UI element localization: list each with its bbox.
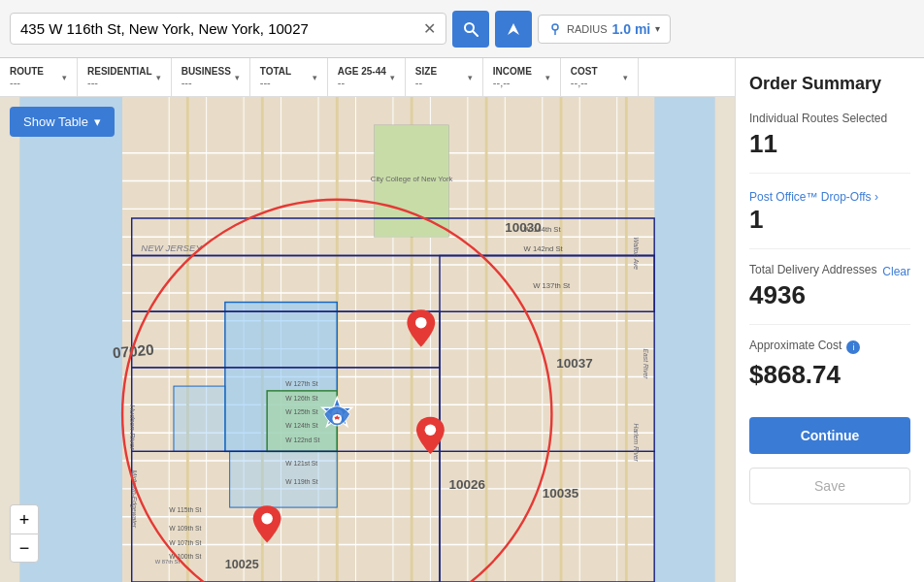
save-button[interactable]: Save bbox=[749, 468, 910, 504]
show-table-label: Show Table bbox=[23, 114, 88, 129]
svg-text:W 109th St: W 109th St bbox=[169, 525, 201, 532]
svg-point-89 bbox=[261, 513, 273, 525]
radius-button[interactable]: RADIUS 1.0 mi ▾ bbox=[538, 15, 671, 44]
filter-residential-label: RESIDENTIAL bbox=[87, 66, 152, 77]
svg-text:Harlem River: Harlem River bbox=[633, 424, 640, 463]
map-svg: City College of New York W 127th St W 12… bbox=[0, 97, 735, 582]
filter-income-value: --,-- bbox=[493, 77, 532, 88]
filter-route[interactable]: ROUTE --- ▾ bbox=[0, 58, 78, 96]
zoom-out-button[interactable]: − bbox=[10, 534, 39, 563]
chevron-down-icon: ▾ bbox=[235, 73, 240, 82]
svg-text:10025: 10025 bbox=[225, 558, 259, 571]
total-delivery-value: 4936 bbox=[749, 280, 910, 310]
filter-size-value: -- bbox=[415, 77, 437, 88]
svg-text:W 124th St: W 124th St bbox=[285, 422, 317, 429]
filter-size-label: SIZE bbox=[415, 66, 437, 77]
clear-link[interactable]: Clear bbox=[882, 265, 910, 278]
post-office-value: 1 bbox=[749, 205, 910, 235]
filter-age-label: AGE 25-44 bbox=[338, 66, 386, 77]
filter-total-label: TOTAL bbox=[260, 66, 291, 77]
chevron-down-icon: ▾ bbox=[390, 73, 395, 82]
chevron-down-icon: ▾ bbox=[62, 73, 67, 82]
filter-income[interactable]: INCOME --,-- ▾ bbox=[483, 58, 561, 96]
svg-point-88 bbox=[425, 425, 437, 436]
svg-marker-2 bbox=[508, 23, 519, 35]
search-bar: ✕ RADIUS 1.0 mi ▾ bbox=[0, 0, 924, 58]
svg-text:W 119th St: W 119th St bbox=[285, 478, 317, 485]
filter-route-label: ROUTE bbox=[10, 66, 44, 77]
order-summary-title: Order Summary bbox=[749, 74, 910, 94]
filter-business-value: --- bbox=[182, 77, 231, 88]
post-office-link[interactable]: Post Office™ Drop-Offs › bbox=[749, 190, 878, 204]
filter-total-value: --- bbox=[260, 77, 291, 88]
info-icon[interactable]: i bbox=[846, 340, 860, 354]
approx-cost-value: $868.74 bbox=[749, 360, 910, 390]
svg-rect-47 bbox=[174, 386, 225, 451]
filter-size[interactable]: SIZE -- ▾ bbox=[406, 58, 483, 96]
svg-text:W 142nd St: W 142nd St bbox=[524, 244, 564, 253]
individual-routes-value: 11 bbox=[749, 129, 910, 159]
filter-business-label: BUSINESS bbox=[182, 66, 231, 77]
main-content: ROUTE --- ▾ RESIDENTIAL --- ▾ BUSINESS -… bbox=[0, 58, 924, 582]
svg-text:Midtown-Edgewater: Midtown-Edgewater bbox=[130, 470, 138, 529]
svg-text:W 121st St: W 121st St bbox=[285, 460, 317, 467]
svg-text:10037: 10037 bbox=[556, 356, 592, 371]
zoom-controls: + − bbox=[10, 504, 39, 563]
filter-residential[interactable]: RESIDENTIAL --- ▾ bbox=[78, 58, 172, 96]
svg-text:W 107th St: W 107th St bbox=[169, 539, 201, 546]
filter-age-value: -- bbox=[338, 77, 386, 88]
show-table-button[interactable]: Show Table ▾ bbox=[10, 107, 115, 137]
map-area: ROUTE --- ▾ RESIDENTIAL --- ▾ BUSINESS -… bbox=[0, 58, 735, 582]
svg-rect-7 bbox=[654, 97, 715, 582]
chevron-down-icon: ▾ bbox=[623, 73, 628, 82]
order-summary-sidebar: Order Summary Individual Routes Selected… bbox=[735, 58, 924, 582]
svg-point-87 bbox=[415, 317, 427, 329]
chevron-down-icon: ▾ bbox=[94, 114, 101, 129]
svg-text:W 115th St: W 115th St bbox=[169, 506, 201, 513]
zoom-in-button[interactable]: + bbox=[10, 504, 39, 534]
pin-icon bbox=[548, 22, 562, 36]
search-input-wrapper: ✕ bbox=[10, 13, 446, 45]
svg-text:W 87th St: W 87th St bbox=[155, 559, 181, 565]
save-label: Save bbox=[814, 478, 845, 494]
post-office-section: Post Office™ Drop-Offs › 1 bbox=[749, 187, 910, 249]
svg-text:Walton Ave: Walton Ave bbox=[633, 237, 640, 270]
individual-routes-section: Individual Routes Selected 11 bbox=[749, 112, 910, 174]
svg-text:City College of New York: City College of New York bbox=[371, 175, 453, 183]
filter-cost-label: COST bbox=[571, 66, 598, 77]
filter-total[interactable]: TOTAL --- ▾ bbox=[250, 58, 328, 96]
filter-cost-value: --,-- bbox=[571, 77, 598, 88]
search-icon bbox=[463, 21, 478, 37]
filter-cost[interactable]: COST --,-- ▾ bbox=[561, 58, 639, 96]
search-button[interactable] bbox=[452, 11, 489, 48]
svg-text:W 137th St: W 137th St bbox=[533, 281, 571, 290]
filter-business[interactable]: BUSINESS --- ▾ bbox=[172, 58, 250, 96]
clear-search-icon[interactable]: ✕ bbox=[423, 19, 436, 38]
filter-income-label: INCOME bbox=[493, 66, 532, 77]
location-arrow-icon bbox=[506, 21, 521, 37]
map-canvas[interactable]: City College of New York W 127th St W 12… bbox=[0, 97, 735, 582]
approx-cost-section: Approximate Cost i $868.74 bbox=[749, 339, 910, 404]
svg-text:W 127th St: W 127th St bbox=[285, 380, 317, 387]
svg-text:East River: East River bbox=[643, 349, 649, 380]
svg-point-3 bbox=[552, 24, 558, 30]
total-delivery-section: Total Delivery Addresses Clear 4936 bbox=[749, 263, 910, 325]
svg-rect-48 bbox=[230, 451, 338, 507]
total-delivery-label: Total Delivery Addresses bbox=[749, 263, 876, 276]
chevron-down-icon: ▾ bbox=[655, 23, 660, 34]
chevron-down-icon: ▾ bbox=[156, 73, 161, 82]
svg-text:NEW JERSEY: NEW JERSEY bbox=[141, 242, 202, 253]
chevron-down-icon: ▾ bbox=[313, 73, 317, 82]
svg-text:10026: 10026 bbox=[449, 477, 485, 492]
search-input[interactable] bbox=[20, 20, 417, 37]
location-button[interactable] bbox=[495, 11, 532, 48]
radius-value: 1.0 mi bbox=[612, 21, 651, 37]
chevron-down-icon: ▾ bbox=[545, 73, 550, 82]
svg-text:W 125th St: W 125th St bbox=[285, 408, 317, 415]
svg-line-1 bbox=[473, 31, 478, 36]
continue-button[interactable]: Continue bbox=[749, 417, 910, 454]
continue-label: Continue bbox=[801, 428, 860, 443]
svg-text:W 122nd St: W 122nd St bbox=[285, 436, 319, 443]
filter-residential-value: --- bbox=[87, 77, 152, 88]
filter-age[interactable]: AGE 25-44 -- ▾ bbox=[328, 58, 406, 96]
